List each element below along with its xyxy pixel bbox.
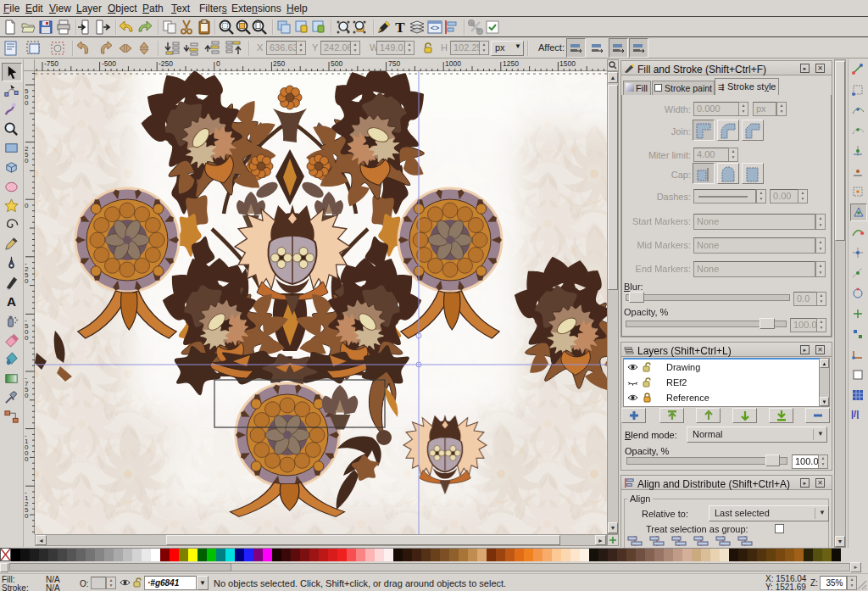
svg-text:0: 0 bbox=[25, 455, 29, 463]
svg-text:0: 0 bbox=[25, 512, 29, 520]
svg-text:<>: <> bbox=[431, 24, 440, 32]
svg-text:-750: -750 bbox=[44, 59, 58, 68]
svg-text:0: 0 bbox=[25, 277, 29, 285]
svg-text:0: 0 bbox=[25, 334, 29, 342]
svg-text:750: 750 bbox=[388, 59, 400, 68]
svg-text:0: 0 bbox=[25, 157, 29, 164]
svg-text:250: 250 bbox=[273, 59, 285, 68]
svg-text:-500: -500 bbox=[102, 59, 116, 68]
svg-text:0: 0 bbox=[25, 99, 29, 107]
svg-text:0: 0 bbox=[25, 202, 29, 209]
svg-text:1000: 1000 bbox=[445, 59, 461, 68]
svg-text:T: T bbox=[395, 20, 405, 36]
svg-text:0: 0 bbox=[25, 392, 29, 399]
svg-text:A: A bbox=[7, 294, 16, 309]
svg-text:-250: -250 bbox=[159, 59, 173, 68]
svg-text:0: 0 bbox=[216, 59, 220, 68]
svg-text:1500: 1500 bbox=[559, 59, 576, 68]
svg-text:1250: 1250 bbox=[503, 59, 519, 68]
svg-text:500: 500 bbox=[331, 59, 342, 68]
